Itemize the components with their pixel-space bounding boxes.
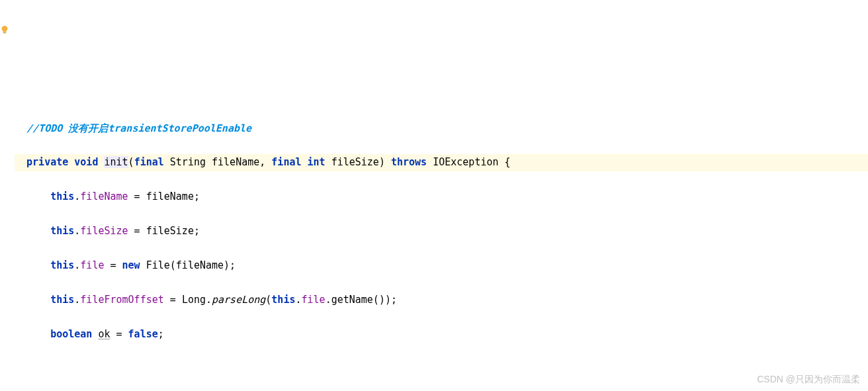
- lightbulb-icon[interactable]: [0, 25, 9, 34]
- code-editor[interactable]: //TODO 没有开启transientStorePoolEnable priv…: [0, 103, 868, 391]
- code-line: this.fileName = fileName;: [15, 189, 868, 206]
- code-line: boolean ok = false;: [15, 326, 868, 343]
- code-line: this.fileFromOffset = Long.parseLong(thi…: [15, 292, 868, 309]
- code-line: //TODO 没有开启transientStorePoolEnable: [15, 120, 868, 138]
- code-line: this.file = new File(fileName);: [15, 257, 868, 275]
- svg-rect-0: [3, 32, 6, 33]
- todo-text: 没有开启transientStorePoolEnable: [62, 122, 251, 134]
- todo-tag: //TODO: [26, 122, 62, 134]
- code-line: this.fileSize = fileSize;: [15, 223, 868, 240]
- blank-line: [15, 361, 868, 378]
- method-signature-line: private void init(final String fileName,…: [15, 154, 868, 171]
